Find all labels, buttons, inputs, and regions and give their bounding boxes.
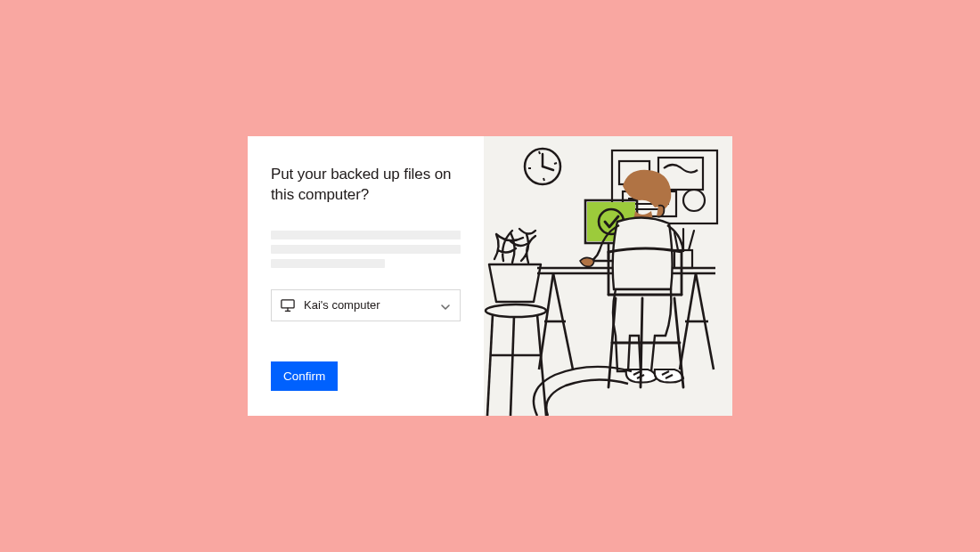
description-placeholder xyxy=(271,231,461,268)
dialog-content: Put your backed up files on this compute… xyxy=(248,136,484,416)
dialog-title: Put your backed up files on this compute… xyxy=(271,165,461,206)
computer-select[interactable]: Kai's computer xyxy=(271,289,461,321)
svg-line-7 xyxy=(539,151,540,154)
dialog-illustration xyxy=(484,136,732,416)
svg-line-8 xyxy=(554,163,557,164)
backup-dialog: Put your backed up files on this compute… xyxy=(248,136,732,416)
desk-illustration xyxy=(484,136,732,416)
svg-line-10 xyxy=(543,178,544,181)
monitor-icon xyxy=(281,299,295,312)
placeholder-line xyxy=(271,231,461,239)
confirm-button[interactable]: Confirm xyxy=(271,361,338,391)
placeholder-line xyxy=(271,259,385,268)
svg-rect-0 xyxy=(282,300,294,308)
chevron-down-icon xyxy=(440,300,451,311)
computer-select-value: Kai's computer xyxy=(304,298,431,312)
placeholder-line xyxy=(271,245,461,254)
